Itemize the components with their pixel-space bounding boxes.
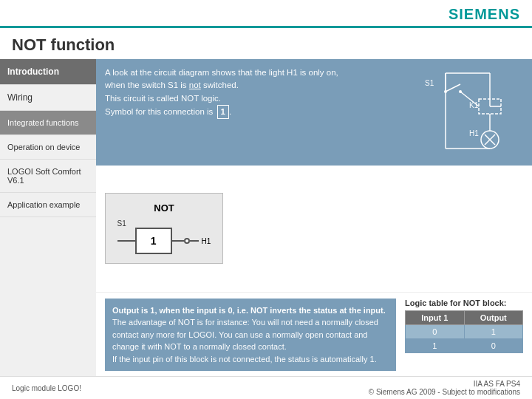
- row1-output: 1: [464, 324, 523, 338]
- sidebar-item-operation-on-device[interactable]: Operation on device: [0, 135, 96, 160]
- h1-label: H1: [202, 237, 211, 245]
- logic-table-title: Logic table for NOT block:: [405, 299, 523, 307]
- top-text-line2-suffix: switched.: [201, 81, 239, 89]
- footer: Logic module LOGO! IIA AS FA PS4 © Sieme…: [0, 376, 532, 399]
- not-circle: [184, 238, 190, 244]
- footer-right-line2: © Siemens AG 2009 - Subject to modificat…: [369, 388, 520, 396]
- col-header-input: Input 1: [406, 310, 465, 324]
- header: SIEMENS: [0, 0, 532, 28]
- not-input-line: [117, 240, 135, 242]
- top-text-line3: This circuit is called NOT logic.: [105, 92, 420, 105]
- not-block-inner: 1: [135, 228, 172, 254]
- not-output-line: [172, 238, 199, 244]
- output-end: [190, 240, 199, 242]
- middle-section: NOT S1 1: [96, 166, 532, 292]
- top-text-underline: not: [189, 81, 201, 89]
- output-text-line3: If the input pin of this block is not co…: [112, 353, 389, 366]
- table-row: 1 0: [406, 338, 523, 352]
- sidebar-item-wiring[interactable]: Wiring: [0, 85, 96, 111]
- output-text-line1: Output is 1, when the input is 0, i.e. N…: [112, 304, 389, 317]
- title-area: NOT function: [0, 28, 532, 59]
- bottom-section: Output is 1, when the input is 0, i.e. N…: [96, 292, 532, 378]
- top-section: A look at the circuit diagram shows that…: [96, 59, 532, 166]
- top-text-line4-suffix: .: [229, 107, 231, 116]
- footer-right-line1: IIA AS FA PS4: [369, 380, 520, 388]
- top-text-line4: Symbol for this connection is 1.: [105, 105, 420, 119]
- sidebar-item-integrated-functions[interactable]: Integrated functions: [0, 111, 96, 135]
- logic-table-container: Logic table for NOT block: Input 1 Outpu…: [405, 299, 523, 372]
- logic-table: Input 1 Output 0 1 1 0: [405, 310, 523, 353]
- symbol-box: 1: [217, 105, 229, 119]
- footer-right: IIA AS FA PS4 © Siemens AG 2009 - Subjec…: [369, 380, 520, 396]
- svg-text:S1: S1: [425, 79, 434, 87]
- svg-text:H1: H1: [469, 129, 479, 137]
- table-row: 0 1: [406, 324, 523, 338]
- content-area: A look at the circuit diagram shows that…: [96, 59, 532, 377]
- top-text-line4-prefix: Symbol for this connection is: [105, 107, 216, 116]
- output-strong: Output is 1, when the input is 0, i.e. N…: [112, 306, 386, 315]
- sidebar-item-introduction[interactable]: Introduction: [0, 59, 96, 85]
- circuit-diagram: S1 K1: [420, 66, 523, 158]
- top-text-line2: when the switch S1 is not switched.: [105, 79, 420, 92]
- svg-line-2: [446, 84, 460, 92]
- output-text-box: Output is 1, when the input is 0, i.e. N…: [105, 299, 396, 372]
- not-label: NOT: [154, 202, 174, 214]
- main-layout: Introduction Wiring Integrated functions…: [0, 59, 532, 377]
- output-text-line2: The advantage of NOT is for instance: Yo…: [112, 316, 389, 353]
- footer-left: Logic module LOGO!: [12, 384, 81, 392]
- row2-output: 0: [464, 338, 523, 352]
- page-title: NOT function: [12, 35, 115, 54]
- not-diagram: NOT S1 1: [105, 193, 223, 264]
- s1-label: S1: [117, 219, 126, 228]
- top-text-line2-prefix: when the switch S1 is: [105, 81, 189, 89]
- top-text-line1: A look at the circuit diagram shows that…: [105, 66, 420, 79]
- sidebar: Introduction Wiring Integrated functions…: [0, 59, 96, 377]
- sidebar-item-logoi-soft[interactable]: LOGOI Soft Comfort V6.1: [0, 160, 96, 193]
- not-value: 1: [151, 235, 157, 247]
- sidebar-item-application-example[interactable]: Application example: [0, 193, 96, 217]
- circuit-svg: S1 K1: [423, 69, 519, 158]
- siemens-logo: SIEMENS: [449, 6, 520, 23]
- row1-input: 0: [406, 324, 465, 338]
- top-text: A look at the circuit diagram shows that…: [105, 66, 420, 119]
- output-line-seg: [172, 240, 184, 242]
- col-header-output: Output: [464, 310, 523, 324]
- row2-input: 1: [406, 338, 465, 352]
